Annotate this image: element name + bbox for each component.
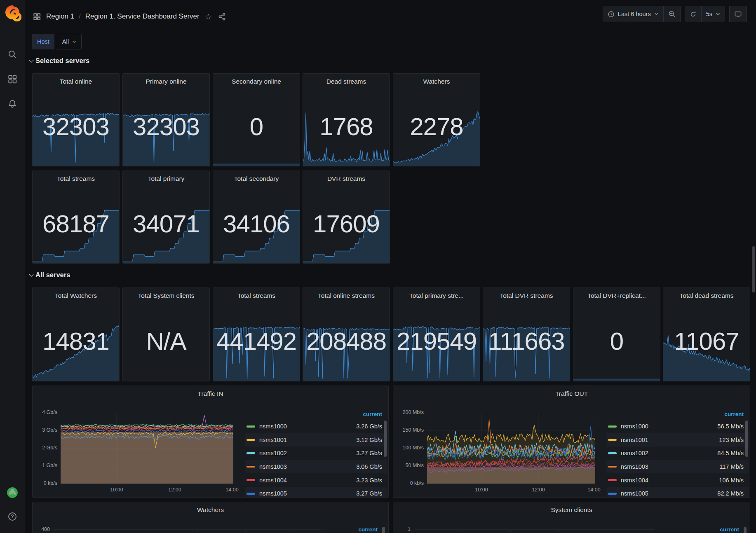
host-variable-label[interactable]: Host bbox=[32, 34, 54, 49]
y-tick: 400 bbox=[33, 526, 50, 532]
panel-title[interactable]: Total DVR streams bbox=[483, 288, 570, 299]
series-name[interactable]: nsms1005 bbox=[259, 490, 287, 497]
series-swatch bbox=[247, 466, 255, 468]
series-name[interactable]: nsms1003 bbox=[259, 463, 287, 470]
panel-title[interactable]: Total dead streams bbox=[663, 288, 750, 299]
refresh-interval-dropdown[interactable]: 5s bbox=[701, 6, 725, 22]
series-current-value: 3.23 Gb/s bbox=[356, 477, 382, 484]
series-swatch bbox=[608, 466, 617, 468]
panel-title[interactable]: Traffic OUT bbox=[393, 386, 750, 397]
series-swatch bbox=[608, 425, 617, 428]
legend-scrollbar[interactable] bbox=[384, 421, 387, 457]
series-name[interactable]: nsms1001 bbox=[259, 437, 287, 443]
legend-scrollbar[interactable] bbox=[382, 527, 385, 533]
legend-current-header[interactable]: current bbox=[245, 408, 387, 420]
panel-title[interactable]: Dead streams bbox=[303, 74, 390, 85]
stat-value: 441492 bbox=[213, 329, 300, 354]
zoom-out-icon[interactable] bbox=[663, 6, 681, 22]
breadcrumb-dashboard-title[interactable]: Region 1. Service Dashboard Server bbox=[85, 12, 200, 21]
series-swatch bbox=[247, 479, 255, 481]
legend-row: nsms1003 117 Mb/s bbox=[606, 460, 749, 474]
stat-value: 34071 bbox=[123, 212, 209, 236]
panel-title[interactable]: Total primary bbox=[123, 171, 209, 182]
panel-title[interactable]: Total streams bbox=[213, 288, 300, 299]
panel-title[interactable]: Total DVR+replicat... bbox=[573, 288, 660, 299]
refresh-icon[interactable] bbox=[685, 6, 702, 22]
legend-row: nsms1004 106 Mb/s bbox=[606, 473, 749, 487]
panel-title[interactable]: Total online streams bbox=[303, 288, 390, 299]
series-current-value: 3.06 Gb/s bbox=[356, 463, 382, 470]
series-name[interactable]: nsms1005 bbox=[621, 490, 648, 497]
y-tick: 100 Mb/s bbox=[394, 445, 424, 451]
chevron-down-icon bbox=[716, 12, 720, 16]
series-name[interactable]: nsms1004 bbox=[259, 477, 287, 484]
legend: current nsms1000 3.26 Gb/s nsms1001 3.12… bbox=[245, 408, 387, 498]
y-tick: 0 kb/s bbox=[33, 480, 57, 486]
page-scrollbar[interactable] bbox=[752, 246, 755, 292]
legend-scrollbar[interactable] bbox=[745, 421, 748, 457]
breadcrumb-folder[interactable]: Region 1 bbox=[46, 12, 74, 21]
panel-title[interactable]: Secondary online bbox=[213, 74, 300, 85]
panel-title[interactable]: Total streams bbox=[33, 171, 119, 182]
section-all-servers[interactable]: All servers bbox=[30, 271, 70, 279]
panel-title[interactable]: Total Watchers bbox=[33, 288, 119, 299]
grafana-logo[interactable] bbox=[3, 3, 21, 21]
legend-scrollbar[interactable] bbox=[744, 527, 747, 533]
series-name[interactable]: nsms1001 bbox=[621, 437, 648, 443]
legend-row: nsms1001 123 Mb/s bbox=[606, 433, 749, 447]
panel-title[interactable]: Total System clients bbox=[123, 288, 209, 299]
series-name[interactable]: nsms1002 bbox=[259, 450, 287, 456]
panel-title[interactable]: Traffic IN bbox=[33, 386, 388, 397]
legend-current-header[interactable]: current bbox=[358, 526, 378, 533]
stat-value: 0 bbox=[213, 115, 300, 139]
panel-title[interactable]: Total online bbox=[33, 74, 119, 85]
series-name[interactable]: nsms1003 bbox=[621, 463, 648, 470]
panel-title[interactable]: Watchers bbox=[393, 74, 480, 85]
panel-title[interactable]: Primary online bbox=[123, 74, 209, 85]
alerting-bell-icon[interactable] bbox=[3, 95, 21, 113]
series-name[interactable]: nsms1000 bbox=[259, 423, 287, 430]
x-tick: 10:00 bbox=[110, 487, 123, 493]
star-icon[interactable]: ☆ bbox=[204, 12, 213, 21]
stat-panel: Watchers 2278 bbox=[393, 73, 480, 166]
user-avatar[interactable] bbox=[3, 484, 21, 502]
panel-title[interactable]: Total secondary bbox=[213, 171, 300, 182]
time-range-picker[interactable]: Last 6 hours bbox=[603, 6, 664, 22]
series-swatch bbox=[247, 425, 255, 428]
legend-row: nsms1002 84.5 Mb/s bbox=[606, 447, 749, 460]
series-current-value: 82.2 Mb/s bbox=[717, 490, 744, 497]
x-tick: 12:00 bbox=[532, 487, 545, 493]
nav-actions: Last 6 hours 5s bbox=[603, 6, 747, 22]
panel-title[interactable]: System clients bbox=[393, 502, 750, 514]
section-selected-servers[interactable]: Selected servers bbox=[30, 57, 89, 65]
share-icon[interactable] bbox=[217, 12, 227, 21]
stat-value: 1768 bbox=[303, 115, 390, 139]
dashboards-icon[interactable] bbox=[3, 70, 21, 88]
y-tick: 1 bbox=[394, 526, 411, 532]
y-tick: 3 Gb/s bbox=[33, 427, 57, 433]
help-icon[interactable]: ? bbox=[3, 507, 21, 526]
stat-panel: Total DVR+replicat... 0 bbox=[573, 288, 660, 381]
series-name[interactable]: nsms1000 bbox=[621, 423, 648, 430]
legend-current-header[interactable]: current bbox=[606, 408, 749, 420]
panel-title[interactable]: DVR streams bbox=[303, 171, 390, 182]
panel-title[interactable]: Watchers bbox=[33, 502, 388, 514]
search-icon[interactable] bbox=[3, 45, 21, 63]
legend-current-header[interactable]: current bbox=[720, 526, 739, 533]
tv-mode-icon[interactable] bbox=[729, 6, 747, 22]
panel-title[interactable]: Total primary stre... bbox=[393, 288, 480, 299]
host-variable-dropdown[interactable]: All bbox=[57, 34, 82, 49]
stat-panel: Dead streams 1768 bbox=[303, 73, 390, 166]
gridline bbox=[54, 529, 321, 532]
stat-value: 11067 bbox=[663, 329, 750, 354]
series-current-value: 3.27 Gb/s bbox=[356, 490, 382, 497]
series-name[interactable]: nsms1004 bbox=[621, 477, 648, 484]
series-swatch bbox=[608, 452, 617, 454]
sidebar: ? bbox=[0, 0, 25, 533]
x-tick: 14:00 bbox=[225, 487, 238, 493]
series-swatch bbox=[608, 439, 617, 441]
series-name[interactable]: nsms1002 bbox=[621, 450, 648, 456]
svg-text:?: ? bbox=[11, 514, 14, 519]
stat-value: 219549 bbox=[393, 329, 480, 354]
legend-row: nsms1005 3.27 Gb/s bbox=[245, 487, 387, 498]
